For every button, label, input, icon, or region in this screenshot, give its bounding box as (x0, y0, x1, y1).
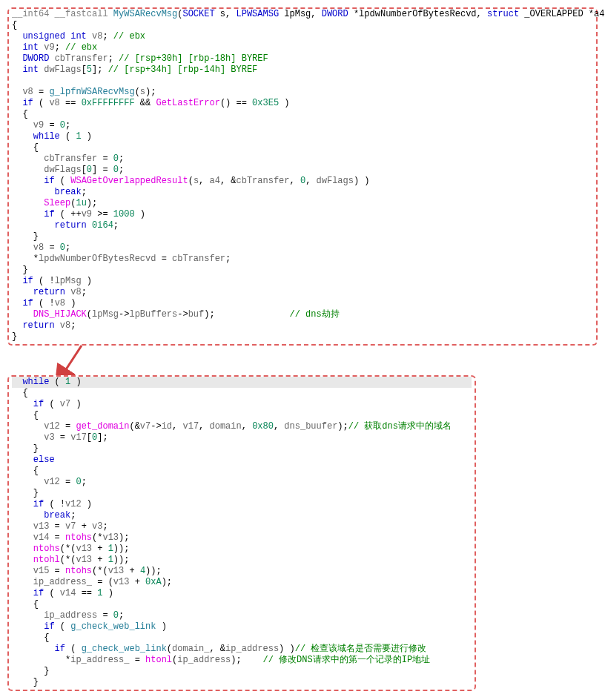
code-line: { (12, 109, 593, 120)
code-line: { (12, 466, 472, 477)
code-line: v14 = ntohs(*v13); (12, 532, 472, 544)
code-line: if ( v8 == 0xFFFFFFFF && GetLastError() … (12, 98, 593, 109)
code-line: int dwFlags[5]; // [rsp+34h] [rbp-14h] B… (12, 65, 593, 76)
code-line: int v9; // ebx (12, 42, 593, 53)
code-line: while ( 1 ) (12, 131, 593, 142)
code-line: if ( g_check_web_link ) (12, 621, 472, 633)
code-line: } (12, 331, 593, 343)
code-line: { (12, 388, 472, 399)
code-line: } (12, 666, 472, 677)
code-block-bottom: while ( 1 ) { if ( v7 ) { v12 = get_doma… (7, 375, 476, 691)
code-line: return 0i64; (12, 220, 593, 231)
code-block-top: __int64 __fastcall MyWSARecvMsg(SOCKET s… (7, 7, 598, 346)
code-line: DWORD cbTransfer; // [rsp+30h] [rbp-18h]… (12, 53, 593, 65)
code-line: dwFlags[0] = 0; (12, 165, 593, 176)
code-line: ntohs(*(v13 + 1)); (12, 544, 472, 555)
code-line (12, 76, 593, 87)
code-line: return v8; (12, 287, 593, 298)
code-line: ip_address = 0; (12, 610, 472, 621)
code-line: if ( !lpMsg ) (12, 276, 593, 287)
code-line: *lpdwNumberOfBytesRecvd = cbTransfer; (12, 254, 593, 265)
code-line: } (12, 677, 472, 688)
code-line: if ( WSAGetOverlappedResult(s, a4, &cbTr… (12, 176, 593, 187)
code-line: Sleep(1u); (12, 198, 593, 209)
code-line: { (12, 410, 472, 421)
code-line: } (12, 488, 472, 499)
code-line: ip_address_ = (v13 + 0xA); (12, 577, 472, 588)
code-line: v8 = g_lpfnWSARecvMsg(s); (12, 87, 593, 98)
code-line: { (12, 142, 593, 153)
code-line: } (12, 231, 593, 242)
code-line: v15 = ntohs(*(v13 + 4)); (12, 566, 472, 577)
code-line: else (12, 455, 472, 466)
code-line: } (12, 265, 593, 276)
code-line: if ( g_check_web_link(domain_, &ip_addre… (12, 644, 472, 655)
code-line: { (12, 20, 593, 31)
code-line: if ( v14 == 1 ) (12, 588, 472, 599)
code-line: v3 = v17[0]; (12, 432, 472, 443)
code-line: } (12, 443, 472, 455)
code-line: v13 = v7 + v3; (12, 521, 472, 532)
code-line: v9 = 0; (12, 120, 593, 131)
code-line: cbTransfer = 0; (12, 153, 593, 165)
code-line: v12 = get_domain(&v7->id, v17, domain, 0… (12, 421, 472, 432)
code-line: break; (12, 510, 472, 521)
code-line: __int64 __fastcall MyWSARecvMsg(SOCKET s… (12, 9, 593, 20)
code-line: *ip_address_ = htonl(ip_address); // 修改D… (12, 655, 472, 666)
code-line: v12 = 0; (12, 477, 472, 488)
code-line: while ( 1 ) (12, 377, 472, 388)
code-line: DNS_HIJACK(lpMsg->lpBuffers->buf); // dn… (12, 309, 593, 320)
code-line: if ( v7 ) (12, 399, 472, 410)
code-line: { (12, 633, 472, 644)
code-line: break; (12, 187, 593, 198)
code-line: return v8; (12, 320, 593, 331)
code-line: if ( !v12 ) (12, 499, 472, 510)
code-line: if ( ++v9 >= 1000 ) (12, 209, 593, 220)
code-line: if ( !v8 ) (12, 298, 593, 309)
code-line: { (12, 599, 472, 610)
code-line: ntohl(*(v13 + 1)); (12, 555, 472, 566)
code-line: unsigned int v8; // ebx (12, 31, 593, 42)
code-line: v8 = 0; (12, 242, 593, 254)
